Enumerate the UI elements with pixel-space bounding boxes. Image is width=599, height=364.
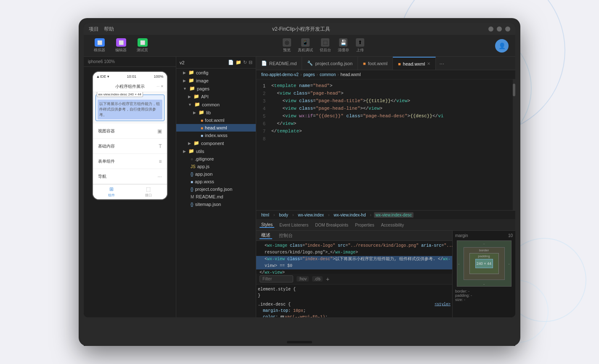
tab-foot-wxml[interactable]: ■ foot.wxml bbox=[358, 57, 393, 70]
tree-item-api[interactable]: ▶ 📁 API bbox=[176, 92, 256, 100]
phone-status-bar: ▲IDE ▾ 10:01 100% bbox=[93, 72, 167, 81]
scrollbar-thumb[interactable] bbox=[513, 84, 515, 96]
cut-button[interactable]: ⬚ 切后台 bbox=[320, 38, 331, 53]
elem-wx-view-index[interactable]: wx-view.index bbox=[296, 212, 326, 218]
phone-content: wx-view.index-desc 240 × 44 以下将展示小程序官方组件… bbox=[93, 92, 167, 184]
line-num-2: 2 bbox=[263, 90, 265, 97]
devtools-tab-event[interactable]: Event Listeners bbox=[278, 223, 310, 227]
tree-item-app-wxss[interactable]: ■ app.wxss bbox=[176, 178, 256, 185]
filter-input[interactable] bbox=[260, 275, 293, 282]
carrier-status: ▲IDE ▾ bbox=[96, 74, 109, 79]
tree-item-app-json[interactable]: {} app.json bbox=[176, 170, 256, 178]
tree-item-lib[interactable]: ▶ 📁 lib bbox=[176, 108, 256, 116]
tree-item-label: .gitignore bbox=[195, 156, 214, 161]
upload-button[interactable]: ⬆ 上传 bbox=[356, 38, 364, 53]
breadcrumb-bar: fino-applet-demo-v2 › pages › common › h… bbox=[256, 70, 515, 79]
tab-head-wxml[interactable]: ■ head.wxml ✕ bbox=[393, 57, 436, 70]
app-title: v2-FinClip小程序开发工具 bbox=[272, 26, 330, 33]
tree-item-pages[interactable]: ▼ 📁 pages bbox=[176, 84, 256, 92]
menu-project[interactable]: 项目 bbox=[89, 26, 99, 33]
breadcrumb-item-active[interactable]: head.wxml bbox=[341, 72, 361, 77]
menu-icon: ▣ bbox=[157, 128, 162, 134]
breadcrumb-item[interactable]: pages bbox=[303, 72, 315, 77]
menu-item-basic[interactable]: 基础内容 T bbox=[93, 139, 167, 154]
elem-html[interactable]: html bbox=[260, 212, 271, 218]
code-lines[interactable]: <template name="head"> <view class="page… bbox=[268, 79, 513, 210]
menu-bar: 项目 帮助 bbox=[89, 26, 114, 33]
tree-item-component[interactable]: ▶ 📁 component bbox=[176, 139, 256, 147]
tab-close-button[interactable]: ✕ bbox=[427, 61, 430, 66]
devtools-tab-properties[interactable]: Properties bbox=[353, 223, 376, 227]
test-button[interactable]: ⬜ 测试页 bbox=[133, 37, 151, 55]
bottom-content: 概述 控制台 <wx-image class="index-logo" src=… bbox=[256, 231, 515, 317]
tab-console[interactable]: 控制台 bbox=[277, 232, 294, 239]
menu-item-nav[interactable]: 导航 ··· bbox=[93, 169, 167, 184]
devtools-tab-dom[interactable]: DOM Breakpoints bbox=[313, 223, 350, 227]
tab-overview[interactable]: 概述 bbox=[260, 232, 272, 239]
filter-tag-cls[interactable]: .cls bbox=[312, 276, 323, 282]
tree-item-utils[interactable]: ▶ 📁 utils bbox=[176, 147, 256, 155]
tree-item-app-js[interactable]: JS app.js bbox=[176, 163, 256, 170]
close-button[interactable] bbox=[505, 26, 510, 32]
style-source-link[interactable]: <style> bbox=[435, 301, 451, 308]
tab-more-button[interactable]: ··· bbox=[436, 60, 448, 67]
preview-button[interactable]: ◎ 预览 bbox=[283, 38, 291, 53]
tab-readme[interactable]: 📄 README.md bbox=[256, 57, 302, 70]
tree-item-label: sitemap.json bbox=[195, 202, 221, 207]
tree-item-gitignore[interactable]: ○ .gitignore bbox=[176, 155, 256, 163]
tree-item-label: common bbox=[202, 102, 220, 107]
user-avatar[interactable]: 👤 bbox=[495, 39, 509, 53]
phone-mockup: ▲IDE ▾ 10:01 100% 小程序组件展示 ··· ✕ wx bbox=[84, 67, 176, 317]
new-file-icon[interactable]: 📄 bbox=[228, 60, 234, 65]
elem-body[interactable]: body bbox=[277, 212, 290, 218]
tree-item-sitemap[interactable]: {} sitemap.json bbox=[176, 200, 256, 208]
phone-title-more[interactable]: ··· ✕ bbox=[157, 84, 164, 88]
breadcrumb-item[interactable]: fino-applet-demo-v2 bbox=[261, 72, 299, 77]
elem-wx-view-index-hd[interactable]: wx-view.index-hd bbox=[332, 212, 367, 218]
menu-help[interactable]: 帮助 bbox=[104, 26, 114, 33]
tree-item-readme[interactable]: M README.md bbox=[176, 193, 256, 200]
file-tree-actions: 📄 📁 ↻ ⊟ bbox=[228, 60, 252, 65]
new-folder-icon[interactable]: 📁 bbox=[236, 60, 241, 65]
tree-item-project-config[interactable]: {} project.config.json bbox=[176, 185, 256, 193]
filter-tag-hov[interactable]: :hov bbox=[297, 276, 309, 282]
tree-item-head-wxml[interactable]: ■ head.wxml bbox=[176, 124, 256, 132]
devtools-html-view[interactable]: <wx-image class="index-logo" src="../res… bbox=[256, 241, 452, 274]
phone-tab-component[interactable]: ⊞ 组件 bbox=[108, 186, 115, 198]
editor-tab-bar: 📄 README.md 🔧 project.config.json ■ foot… bbox=[256, 57, 515, 70]
simulate-button[interactable]: ⬜ 模拟器 bbox=[90, 37, 109, 55]
style-rule-element: element.style { bbox=[258, 286, 451, 293]
maximize-button[interactable] bbox=[497, 26, 502, 32]
config-button[interactable]: ⬜ 编辑器 bbox=[112, 37, 130, 55]
clear-button[interactable]: 💾 清缓存 bbox=[338, 38, 349, 53]
box-margin-left: - bbox=[459, 262, 460, 266]
code-editor[interactable]: 1 2 3 4 5 6 7 8 <template name="head"> <… bbox=[256, 79, 515, 210]
tree-item-label: component bbox=[201, 141, 224, 146]
file-tree-header: v2 📄 📁 ↻ ⊟ bbox=[176, 57, 256, 69]
breadcrumb-item[interactable]: common bbox=[320, 72, 336, 77]
json-file-icon: {} bbox=[191, 187, 193, 192]
tree-item-image[interactable]: ▶ 📁 image bbox=[176, 76, 256, 84]
tree-item-config[interactable]: ▶ 📁 config bbox=[176, 69, 256, 76]
menu-item-view-container[interactable]: 视图容器 ▣ bbox=[93, 124, 167, 139]
devtools-tab-styles[interactable]: Styles bbox=[260, 222, 274, 228]
device-icon: 📱 bbox=[301, 38, 310, 47]
tab-project-config[interactable]: 🔧 project.config.json bbox=[302, 57, 358, 70]
head-tab-icon: ■ bbox=[398, 61, 401, 66]
minimize-button[interactable] bbox=[488, 26, 493, 32]
devtools-tab-accessibility[interactable]: Accessibility bbox=[379, 223, 406, 227]
tree-item-foot-wxml[interactable]: ■ foot.wxml bbox=[176, 116, 256, 124]
refresh-icon[interactable]: ↻ bbox=[243, 60, 247, 65]
title-bar: 项目 帮助 v2-FinClip小程序开发工具 bbox=[84, 23, 515, 35]
tree-item-common[interactable]: ▼ 📁 common bbox=[176, 100, 256, 108]
device-button[interactable]: 📱 真机调试 bbox=[298, 38, 313, 53]
menu-item-form[interactable]: 表单组件 ≡ bbox=[93, 154, 167, 169]
tree-item-index-wxss[interactable]: ■ index.wxss bbox=[176, 132, 256, 139]
window-controls bbox=[488, 26, 510, 32]
filter-add-button[interactable]: + bbox=[326, 276, 329, 282]
code-scrollbar[interactable] bbox=[513, 79, 515, 210]
config-icon: ⬜ bbox=[116, 38, 126, 47]
elem-wx-view-index-desc[interactable]: wx-view.index-desc bbox=[374, 212, 413, 218]
collapse-icon[interactable]: ⊟ bbox=[249, 60, 252, 65]
phone-tab-api[interactable]: ⬚ 接口 bbox=[145, 186, 152, 198]
